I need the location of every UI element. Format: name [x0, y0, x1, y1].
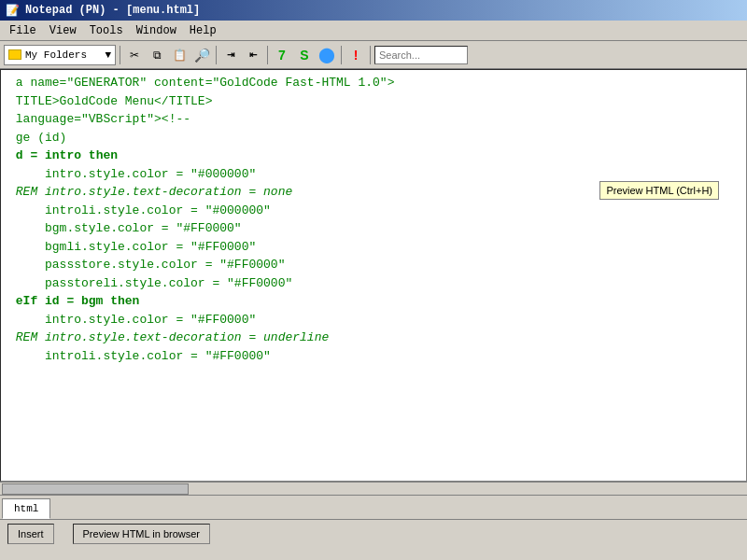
code-line: introli.style.color = "#FF0000": [8, 347, 739, 366]
horizontal-scrollbar[interactable]: [0, 482, 747, 495]
code-line: a name="GENERATOR" content="GoldCode Fas…: [8, 74, 739, 92]
outdent-button[interactable]: ⇤: [243, 45, 263, 65]
status-mode: Insert: [7, 524, 54, 544]
code-line: eIf id = bgm then: [8, 292, 739, 311]
code-line: language="VBScript"><!--: [8, 110, 739, 129]
paste-button[interactable]: 📋: [169, 45, 190, 65]
code-editor[interactable]: a name="GENERATOR" content="GoldCode Fas…: [1, 70, 746, 481]
title-bar: 📝 Notepad (PN) - [menu.html]: [0, 0, 747, 21]
folder-icon: [8, 49, 21, 60]
indent-button[interactable]: ⇥: [220, 45, 241, 65]
code-line: introli.style.color = "#000000": [8, 202, 739, 220]
editor-container: a name="GENERATOR" content="GoldCode Fas…: [0, 69, 747, 482]
title-text: Notepad (PN) - [menu.html]: [25, 4, 200, 17]
code-line: TITLE>GoldCode Menu</TITLE>: [8, 92, 739, 111]
tab-html[interactable]: html: [2, 498, 50, 519]
separator-3: [267, 46, 268, 64]
cut-button[interactable]: ✂: [124, 45, 145, 65]
menu-help[interactable]: Help: [184, 22, 222, 39]
code-line: intro.style.color = "#FF0000": [8, 311, 739, 329]
alert-button[interactable]: !: [345, 45, 366, 65]
scroll-thumb[interactable]: [2, 483, 189, 495]
toolbar: My Folders ▼ ✂ ⧉ 📋 🔎 ⇥ ⇤ 7 S ⬤ !: [0, 41, 747, 69]
code-line: REM intro.style.text-decoration = underl…: [8, 329, 739, 347]
main-content: a name="GENERATOR" content="GoldCode Fas…: [0, 69, 747, 495]
app-icon: 📝: [6, 4, 20, 18]
menu-file[interactable]: File: [4, 22, 42, 39]
code-line: bgm.style.color = "#FF0000": [8, 219, 739, 238]
copy-button[interactable]: ⧉: [147, 45, 167, 65]
code-line: ge (id): [8, 129, 739, 147]
status-bar: Insert Preview HTML in browser: [0, 519, 747, 547]
code-line: bgmli.style.color = "#FF0000": [8, 238, 739, 257]
status-message: Preview HTML in browser: [73, 524, 211, 544]
folder-dropdown-icon[interactable]: ▼: [105, 49, 111, 61]
menu-window[interactable]: Window: [131, 22, 182, 39]
find-button[interactable]: 🔎: [191, 45, 212, 65]
search-input[interactable]: [374, 46, 468, 64]
green-icon-button[interactable]: 7: [272, 45, 292, 65]
menu-tools[interactable]: Tools: [84, 22, 129, 39]
tooltip: Preview HTML (Ctrl+H): [599, 181, 719, 200]
code-line: passtoreli.style.color = "#FF0000": [8, 274, 739, 293]
code-line: passstore.style.color = "#FF0000": [8, 256, 739, 274]
separator-2: [216, 46, 217, 64]
separator-4: [341, 46, 342, 64]
menu-bar: File View Tools Window Help: [0, 21, 747, 41]
code-line: d = intro then: [8, 147, 739, 165]
folder-label: My Folders: [25, 49, 87, 61]
preview-html-button[interactable]: ⬤: [317, 45, 337, 65]
menu-view[interactable]: View: [44, 22, 82, 39]
folder-selector[interactable]: My Folders ▼: [4, 45, 116, 65]
separator-1: [120, 46, 120, 64]
tab-bar: html: [0, 495, 747, 519]
s-button[interactable]: S: [294, 45, 315, 65]
separator-5: [370, 46, 371, 64]
